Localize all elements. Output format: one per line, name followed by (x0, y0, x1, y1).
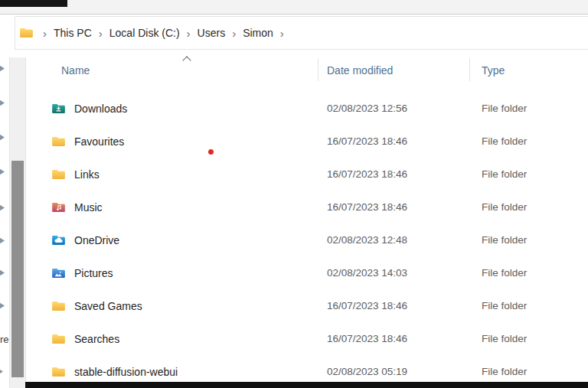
name-cell: Downloads (27, 103, 318, 115)
table-row[interactable]: Links16/07/2023 18:46File folder (27, 158, 588, 191)
red-dot-marker (208, 149, 214, 155)
breadcrumb-separator-icon: › (228, 28, 240, 39)
table-row[interactable]: Downloads02/08/2023 12:56File folder (27, 92, 588, 125)
file-name: Favourites (74, 135, 124, 148)
file-explorer-window: ›This PC›Local Disk (C:)›Users›Simon› re… (0, 0, 588, 388)
type-cell: File folder (471, 168, 527, 180)
nav-item-partial-label: re (0, 334, 9, 345)
column-header-name-label: Name (61, 64, 90, 77)
date-modified-cell: 16/07/2023 18:46 (318, 168, 471, 180)
name-cell: Pictures (27, 267, 318, 279)
file-name: Pictures (74, 267, 113, 279)
tree-expand-chevron-icon[interactable] (0, 269, 5, 277)
type-cell: File folder (471, 201, 527, 213)
address-bar[interactable]: ›This PC›Local Disk (C:)›Users›Simon› (15, 16, 588, 50)
file-name: Downloads (74, 103, 127, 115)
tree-expand-chevron-icon[interactable] (0, 367, 3, 376)
breadcrumb-item[interactable]: This PC (51, 24, 95, 41)
pictures-folder-icon (51, 267, 66, 279)
breadcrumb-item[interactable]: Simon (240, 24, 276, 41)
tree-expand-chevron-icon[interactable] (0, 204, 5, 212)
name-cell: OneDrive (27, 234, 318, 246)
table-row[interactable]: Saved Games16/07/2023 18:46File folder (27, 289, 588, 322)
type-cell: File folder (471, 103, 527, 114)
sort-ascending-icon (182, 56, 191, 64)
folder-icon (51, 168, 66, 181)
breadcrumb-item[interactable]: Users (194, 24, 229, 41)
date-modified-cell: 02/08/2023 14:03 (318, 267, 471, 279)
breadcrumb-separator-icon: › (95, 28, 106, 39)
tree-expand-chevron-icon[interactable] (0, 133, 5, 142)
tree-expand-chevron-icon[interactable] (0, 99, 5, 107)
folder-icon (51, 366, 66, 378)
tree-expand-chevron-icon[interactable] (0, 302, 5, 310)
file-name: Music (74, 201, 103, 214)
date-modified-cell: 02/08/2023 12:56 (318, 103, 471, 114)
name-cell: Saved Games (27, 300, 318, 312)
name-cell: Searches (27, 333, 318, 345)
tree-expand-chevron-icon[interactable] (0, 168, 5, 176)
type-cell: File folder (471, 267, 527, 279)
date-modified-cell: 16/07/2023 18:46 (318, 201, 471, 213)
scrollbar-thumb[interactable] (11, 161, 24, 377)
breadcrumb-item[interactable]: Local Disk (C:) (106, 24, 183, 41)
folder-icon (51, 300, 66, 312)
breadcrumb-separator-icon: › (183, 28, 194, 39)
column-headers: Name Date modified Type (27, 60, 588, 81)
table-row[interactable]: Favourites16/07/2023 18:46File folder (27, 125, 588, 158)
onedrive-folder-icon (51, 234, 66, 246)
name-cell: Links (27, 168, 318, 181)
type-cell: File folder (471, 366, 527, 377)
date-modified-cell: 02/08/2023 12:48 (318, 234, 471, 246)
name-cell: Favourites (27, 135, 318, 148)
file-name: Searches (74, 333, 119, 345)
music-folder-icon (51, 201, 66, 214)
file-name: Links (74, 168, 100, 181)
folder-icon (19, 27, 34, 39)
column-header-date-modified[interactable]: Date modified (318, 64, 471, 77)
table-row[interactable]: Music16/07/2023 18:46File folder (27, 191, 588, 223)
file-name: stable-diffusion-webui (74, 366, 178, 378)
name-cell: stable-diffusion-webui (27, 366, 318, 378)
file-name: Saved Games (74, 300, 142, 312)
table-row[interactable]: OneDrive02/08/2023 12:48File folder (27, 223, 588, 256)
type-cell: File folder (471, 234, 527, 246)
column-header-date-label: Date modified (327, 64, 393, 77)
table-row[interactable]: Searches16/07/2023 18:46File folder (27, 322, 588, 355)
breadcrumb-separator-icon: › (39, 28, 51, 39)
type-cell: File folder (471, 300, 527, 311)
tree-expand-chevron-icon[interactable] (0, 236, 5, 245)
file-name: OneDrive (74, 234, 119, 246)
column-header-name[interactable]: Name (27, 64, 318, 77)
overlapping-window-fragment-top (0, 0, 67, 7)
column-divider[interactable] (318, 58, 318, 81)
type-cell: File folder (471, 135, 527, 147)
tree-expand-chevron-icon[interactable] (0, 64, 5, 73)
column-header-type[interactable]: Type (471, 64, 505, 77)
file-list-pane: Name Date modified Type Downloads02/08/2… (27, 51, 588, 388)
date-modified-cell: 16/07/2023 18:46 (318, 300, 471, 311)
column-divider[interactable] (469, 58, 470, 81)
breadcrumb-separator-icon: › (276, 28, 288, 39)
name-cell: Music (27, 201, 318, 214)
table-row[interactable]: Pictures02/08/2023 14:03File folder (27, 256, 588, 289)
window-top-strip (0, 0, 588, 15)
folder-icon (51, 333, 66, 345)
vertical-scrollbar[interactable] (9, 57, 26, 388)
date-modified-cell: 02/08/2023 05:19 (318, 366, 471, 377)
column-header-type-label: Type (482, 64, 505, 77)
folder-icon (51, 135, 66, 148)
overlapping-window-fragment-bottom (25, 382, 588, 388)
downloads-folder-icon (51, 103, 66, 115)
type-cell: File folder (471, 333, 527, 344)
date-modified-cell: 16/07/2023 18:46 (318, 135, 471, 147)
date-modified-cell: 16/07/2023 18:46 (318, 333, 471, 344)
